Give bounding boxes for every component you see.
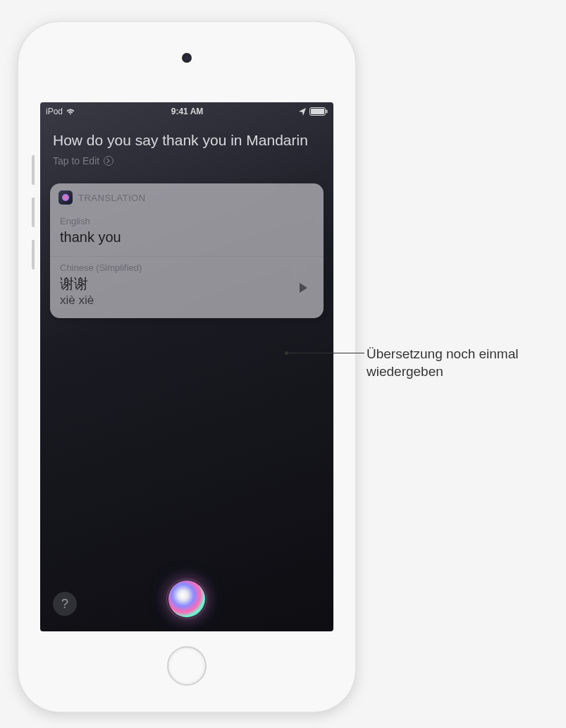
siri-orb-button[interactable] [168, 581, 205, 617]
play-button[interactable] [293, 277, 314, 298]
status-bar: iPod 9:41 AM [40, 102, 333, 118]
bottom-bar: ? [40, 575, 333, 631]
callout-line [287, 353, 364, 353]
target-section: Chinese (Simplified) 谢谢 xiè xiè [50, 256, 324, 318]
help-button[interactable]: ? [53, 592, 77, 616]
screen: iPod 9:41 AM [40, 102, 333, 631]
svg-rect-1 [311, 109, 324, 114]
source-section: English thank you [50, 210, 324, 256]
tap-to-edit-label: Tap to Edit [53, 155, 99, 166]
siri-content: How do you say thank you in Mandarin Tap… [40, 118, 333, 631]
volume-up-button [32, 198, 35, 227]
power-button [32, 155, 35, 185]
help-icon: ? [61, 597, 68, 612]
card-title: TRANSLATION [78, 193, 146, 203]
tap-to-edit-button[interactable]: Tap to Edit [50, 155, 324, 166]
wifi-icon [66, 108, 75, 116]
siri-query-text: How do you say thank you in Mandarin [50, 131, 324, 150]
translation-card[interactable]: TRANSLATION English thank you Chinese (S… [50, 183, 324, 318]
target-language-label: Chinese (Simplified) [60, 262, 314, 273]
play-icon [297, 282, 309, 293]
callout-text: Übersetzung noch einmal wiedergeben [367, 346, 550, 380]
chevron-right-icon [104, 156, 113, 166]
carrier-label: iPod [46, 107, 63, 116]
svg-rect-2 [326, 110, 327, 114]
source-text: thank you [60, 228, 314, 246]
location-icon [299, 108, 307, 116]
home-button[interactable] [167, 646, 207, 686]
target-text: 谢谢 [60, 274, 314, 293]
battery-icon [309, 107, 328, 116]
siri-app-icon [59, 190, 73, 205]
romanization-text: xiè xiè [60, 293, 314, 308]
device-frame: iPod 9:41 AM [18, 21, 356, 712]
front-camera [182, 53, 192, 63]
clock: 9:41 AM [171, 107, 204, 116]
volume-down-button [32, 240, 35, 269]
card-header: TRANSLATION [50, 183, 324, 210]
source-language-label: English [60, 216, 314, 226]
